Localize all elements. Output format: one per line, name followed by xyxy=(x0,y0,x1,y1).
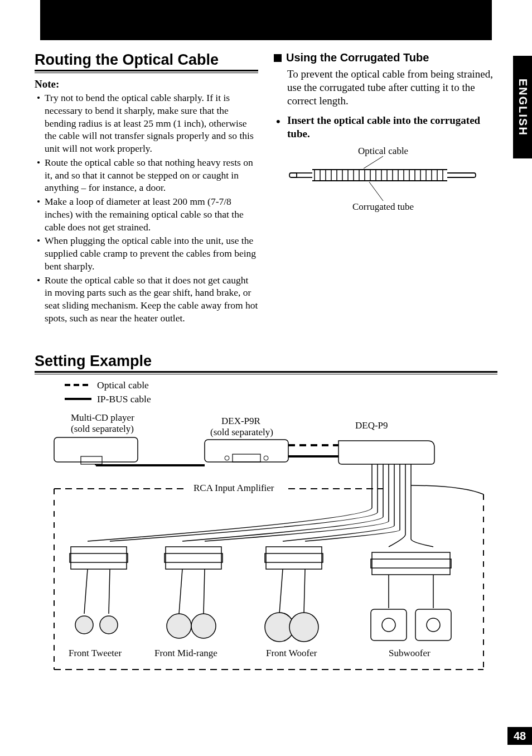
subsection-title-text: Using the Corrugated Tube xyxy=(286,51,429,64)
svg-line-31 xyxy=(369,182,383,201)
setting-example-section: Setting Example Optical cable IP-BUS cab… xyxy=(35,353,497,681)
label-sub: Subwoofer xyxy=(389,648,431,658)
square-bullet-icon xyxy=(274,54,282,62)
left-column: Routing the Optical Cable Note: Try not … xyxy=(35,51,258,326)
label-rca: RCA Input Amplifier xyxy=(194,483,274,493)
label-corrugated-tube: Corrugated tube xyxy=(352,201,414,212)
header-black-bar xyxy=(40,0,492,40)
svg-rect-61 xyxy=(266,547,322,569)
label-mid: Front Mid-range xyxy=(154,648,217,658)
subsection-title-tube: Using the Corrugated Tube xyxy=(274,51,497,64)
note-item: Route the optical cable so that nothing … xyxy=(35,156,258,194)
right-column: Using the Corrugated Tube To prevent the… xyxy=(274,51,497,326)
section-title-routing: Routing the Optical Cable xyxy=(35,51,258,71)
svg-point-76 xyxy=(191,614,216,638)
svg-point-38 xyxy=(264,456,268,460)
svg-rect-59 xyxy=(166,547,221,569)
tube-instruction: Insert the optical cable into the corrug… xyxy=(274,114,497,141)
svg-line-67 xyxy=(179,569,182,614)
diagram-legend: Optical cable IP-BUS cable xyxy=(65,379,497,405)
section-title-setting: Setting Example xyxy=(35,353,497,373)
label-deq: DEQ-P9 xyxy=(355,420,388,431)
label-optical-cable: Optical cable xyxy=(358,146,408,156)
svg-rect-63 xyxy=(372,552,450,575)
note-item: Route the optical cable so that it does … xyxy=(35,274,258,325)
legend-ipbus: IP-BUS cable xyxy=(97,393,151,405)
notes-list: Try not to bend the optical cable sharpl… xyxy=(35,92,258,325)
svg-line-0 xyxy=(364,156,383,168)
svg-line-65 xyxy=(84,569,88,614)
tube-body-text: To prevent the optical cable from being … xyxy=(274,68,497,107)
label-sold-sep-2: (sold separately) xyxy=(210,427,273,437)
legend-solid-swatch xyxy=(65,398,91,400)
svg-line-66 xyxy=(109,569,110,614)
corrugated-tube-illustration: Optical cable xyxy=(286,146,486,219)
label-tweeter: Front Tweeter xyxy=(69,648,122,658)
svg-point-74 xyxy=(100,616,118,634)
svg-line-69 xyxy=(279,569,283,614)
svg-point-80 xyxy=(382,618,395,632)
svg-line-68 xyxy=(204,569,205,614)
svg-point-82 xyxy=(427,618,440,632)
label-dex: DEX-P9R xyxy=(221,416,261,426)
page-number: 48 xyxy=(507,727,532,745)
svg-point-78 xyxy=(289,613,318,642)
svg-rect-57 xyxy=(71,547,127,569)
svg-point-73 xyxy=(75,616,93,634)
label-sold-sep-1: (sold separately) xyxy=(71,423,134,434)
setting-example-diagram: Multi-CD player (sold separately) DEX-P9… xyxy=(37,413,495,681)
svg-rect-35 xyxy=(205,440,288,462)
svg-point-75 xyxy=(167,614,191,638)
svg-rect-36 xyxy=(233,454,260,462)
svg-point-37 xyxy=(225,456,229,460)
svg-rect-34 xyxy=(81,456,102,464)
note-item: Try not to bend the optical cable sharpl… xyxy=(35,92,258,155)
note-item: Make a loop of diameter at least 200 mm … xyxy=(35,195,258,233)
label-woofer: Front Woofer xyxy=(266,648,317,658)
svg-line-70 xyxy=(304,569,305,614)
note-item: When plugging the optical cable into the… xyxy=(35,234,258,272)
label-multi-cd: Multi-CD player xyxy=(71,413,134,423)
note-heading: Note: xyxy=(35,78,258,90)
svg-rect-33 xyxy=(54,437,138,462)
legend-optical: Optical cable xyxy=(97,379,149,391)
